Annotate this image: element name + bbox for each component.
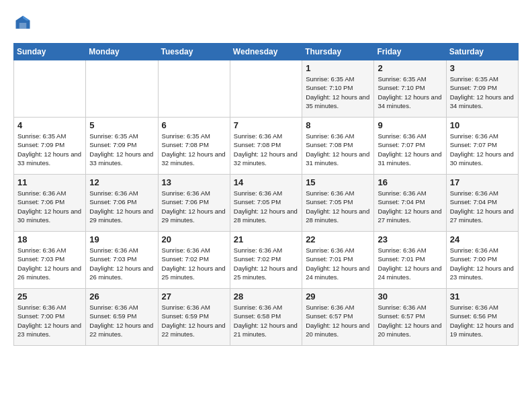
week-row-5: 25Sunrise: 6:36 AM Sunset: 7:00 PM Dayli… bbox=[14, 289, 519, 346]
day-number: 6 bbox=[162, 120, 226, 130]
day-info: Sunrise: 6:36 AM Sunset: 7:06 PM Dayligh… bbox=[162, 189, 226, 224]
day-cell: 2Sunrise: 6:35 AM Sunset: 7:10 PM Daylig… bbox=[374, 60, 446, 118]
day-number: 29 bbox=[306, 291, 370, 302]
day-info: Sunrise: 6:36 AM Sunset: 7:04 PM Dayligh… bbox=[378, 189, 442, 224]
day-number: 14 bbox=[234, 177, 298, 187]
day-info: Sunrise: 6:36 AM Sunset: 7:01 PM Dayligh… bbox=[378, 246, 442, 281]
day-number: 12 bbox=[89, 177, 154, 187]
day-number: 18 bbox=[17, 234, 82, 244]
day-info: Sunrise: 6:35 AM Sunset: 7:10 PM Dayligh… bbox=[378, 75, 442, 110]
day-cell: 28Sunrise: 6:36 AM Sunset: 6:58 PM Dayli… bbox=[230, 289, 302, 346]
day-number: 9 bbox=[378, 120, 442, 130]
day-info: Sunrise: 6:36 AM Sunset: 7:04 PM Dayligh… bbox=[450, 189, 515, 224]
day-info: Sunrise: 6:35 AM Sunset: 7:09 PM Dayligh… bbox=[89, 132, 154, 167]
day-cell bbox=[14, 60, 86, 118]
day-cell: 10Sunrise: 6:36 AM Sunset: 7:07 PM Dayli… bbox=[446, 118, 518, 175]
day-cell: 3Sunrise: 6:35 AM Sunset: 7:09 PM Daylig… bbox=[446, 60, 518, 118]
day-cell: 6Sunrise: 6:35 AM Sunset: 7:08 PM Daylig… bbox=[158, 118, 230, 175]
day-number: 11 bbox=[17, 177, 82, 187]
day-number: 30 bbox=[378, 291, 442, 302]
day-number: 28 bbox=[234, 291, 298, 302]
day-cell: 18Sunrise: 6:36 AM Sunset: 7:03 PM Dayli… bbox=[14, 232, 86, 289]
day-info: Sunrise: 6:36 AM Sunset: 7:02 PM Dayligh… bbox=[234, 246, 298, 281]
day-header-tuesday: Tuesday bbox=[158, 44, 230, 60]
day-number: 7 bbox=[234, 120, 298, 130]
day-info: Sunrise: 6:36 AM Sunset: 6:59 PM Dayligh… bbox=[89, 303, 154, 338]
day-cell: 5Sunrise: 6:35 AM Sunset: 7:09 PM Daylig… bbox=[86, 118, 158, 175]
day-cell bbox=[230, 60, 302, 118]
day-number: 20 bbox=[162, 234, 226, 244]
day-cell: 31Sunrise: 6:36 AM Sunset: 6:56 PM Dayli… bbox=[446, 289, 518, 346]
day-number: 24 bbox=[450, 234, 515, 244]
day-info: Sunrise: 6:36 AM Sunset: 7:02 PM Dayligh… bbox=[162, 246, 226, 281]
day-number: 4 bbox=[17, 120, 82, 130]
day-cell: 7Sunrise: 6:36 AM Sunset: 7:08 PM Daylig… bbox=[230, 118, 302, 175]
day-cell: 14Sunrise: 6:36 AM Sunset: 7:05 PM Dayli… bbox=[230, 175, 302, 232]
day-cell: 30Sunrise: 6:36 AM Sunset: 6:57 PM Dayli… bbox=[374, 289, 446, 346]
logo bbox=[13, 13, 35, 32]
day-info: Sunrise: 6:35 AM Sunset: 7:09 PM Dayligh… bbox=[17, 132, 82, 167]
day-number: 19 bbox=[89, 234, 154, 244]
day-cell: 25Sunrise: 6:36 AM Sunset: 7:00 PM Dayli… bbox=[14, 289, 86, 346]
day-info: Sunrise: 6:36 AM Sunset: 7:05 PM Dayligh… bbox=[234, 189, 298, 224]
day-info: Sunrise: 6:36 AM Sunset: 7:08 PM Dayligh… bbox=[306, 132, 370, 167]
day-cell: 8Sunrise: 6:36 AM Sunset: 7:08 PM Daylig… bbox=[302, 118, 374, 175]
day-header-thursday: Thursday bbox=[302, 44, 374, 60]
day-cell: 13Sunrise: 6:36 AM Sunset: 7:06 PM Dayli… bbox=[158, 175, 230, 232]
day-info: Sunrise: 6:36 AM Sunset: 7:01 PM Dayligh… bbox=[306, 246, 370, 281]
day-number: 8 bbox=[306, 120, 370, 130]
day-number: 31 bbox=[450, 291, 515, 302]
day-info: Sunrise: 6:36 AM Sunset: 7:03 PM Dayligh… bbox=[17, 246, 82, 281]
day-number: 10 bbox=[450, 120, 515, 130]
day-header-monday: Monday bbox=[86, 44, 158, 60]
day-cell: 20Sunrise: 6:36 AM Sunset: 7:02 PM Dayli… bbox=[158, 232, 230, 289]
day-header-saturday: Saturday bbox=[446, 44, 518, 60]
day-cell: 19Sunrise: 6:36 AM Sunset: 7:03 PM Dayli… bbox=[86, 232, 158, 289]
day-info: Sunrise: 6:36 AM Sunset: 7:07 PM Dayligh… bbox=[450, 132, 515, 167]
day-info: Sunrise: 6:35 AM Sunset: 7:08 PM Dayligh… bbox=[162, 132, 226, 167]
day-info: Sunrise: 6:35 AM Sunset: 7:10 PM Dayligh… bbox=[306, 75, 370, 110]
day-number: 3 bbox=[450, 63, 515, 73]
day-number: 21 bbox=[234, 234, 298, 244]
day-number: 23 bbox=[378, 234, 442, 244]
day-number: 27 bbox=[162, 291, 226, 302]
day-info: Sunrise: 6:36 AM Sunset: 7:05 PM Dayligh… bbox=[306, 189, 370, 224]
day-number: 15 bbox=[306, 177, 370, 187]
day-cell: 17Sunrise: 6:36 AM Sunset: 7:04 PM Dayli… bbox=[446, 175, 518, 232]
day-number: 17 bbox=[450, 177, 515, 187]
day-info: Sunrise: 6:36 AM Sunset: 7:07 PM Dayligh… bbox=[378, 132, 442, 167]
days-header-row: SundayMondayTuesdayWednesdayThursdayFrid… bbox=[14, 44, 519, 60]
day-cell: 23Sunrise: 6:36 AM Sunset: 7:01 PM Dayli… bbox=[374, 232, 446, 289]
day-cell: 11Sunrise: 6:36 AM Sunset: 7:06 PM Dayli… bbox=[14, 175, 86, 232]
day-info: Sunrise: 6:36 AM Sunset: 6:56 PM Dayligh… bbox=[450, 303, 515, 338]
day-cell: 16Sunrise: 6:36 AM Sunset: 7:04 PM Dayli… bbox=[374, 175, 446, 232]
day-info: Sunrise: 6:36 AM Sunset: 7:00 PM Dayligh… bbox=[17, 303, 82, 338]
day-info: Sunrise: 6:36 AM Sunset: 6:58 PM Dayligh… bbox=[234, 303, 298, 338]
day-header-friday: Friday bbox=[374, 44, 446, 60]
day-cell bbox=[158, 60, 230, 118]
day-number: 25 bbox=[17, 291, 82, 302]
day-info: Sunrise: 6:36 AM Sunset: 6:59 PM Dayligh… bbox=[162, 303, 226, 338]
day-cell: 15Sunrise: 6:36 AM Sunset: 7:05 PM Dayli… bbox=[302, 175, 374, 232]
day-cell: 27Sunrise: 6:36 AM Sunset: 6:59 PM Dayli… bbox=[158, 289, 230, 346]
week-row-4: 18Sunrise: 6:36 AM Sunset: 7:03 PM Dayli… bbox=[14, 232, 519, 289]
week-row-1: 1Sunrise: 6:35 AM Sunset: 7:10 PM Daylig… bbox=[14, 60, 519, 118]
day-info: Sunrise: 6:35 AM Sunset: 7:09 PM Dayligh… bbox=[450, 75, 515, 110]
day-info: Sunrise: 6:36 AM Sunset: 7:06 PM Dayligh… bbox=[89, 189, 154, 224]
day-info: Sunrise: 6:36 AM Sunset: 7:08 PM Dayligh… bbox=[234, 132, 298, 167]
week-row-2: 4Sunrise: 6:35 AM Sunset: 7:09 PM Daylig… bbox=[14, 118, 519, 175]
day-info: Sunrise: 6:36 AM Sunset: 7:06 PM Dayligh… bbox=[17, 189, 82, 224]
week-row-3: 11Sunrise: 6:36 AM Sunset: 7:06 PM Dayli… bbox=[14, 175, 519, 232]
calendar-table: SundayMondayTuesdayWednesdayThursdayFrid… bbox=[13, 43, 519, 346]
day-number: 2 bbox=[378, 63, 442, 73]
day-info: Sunrise: 6:36 AM Sunset: 6:57 PM Dayligh… bbox=[306, 303, 370, 338]
logo-icon bbox=[13, 13, 32, 32]
day-cell: 24Sunrise: 6:36 AM Sunset: 7:00 PM Dayli… bbox=[446, 232, 518, 289]
day-cell: 12Sunrise: 6:36 AM Sunset: 7:06 PM Dayli… bbox=[86, 175, 158, 232]
day-header-sunday: Sunday bbox=[14, 44, 86, 60]
svg-rect-2 bbox=[19, 23, 27, 29]
day-number: 22 bbox=[306, 234, 370, 244]
day-number: 16 bbox=[378, 177, 442, 187]
day-cell: 1Sunrise: 6:35 AM Sunset: 7:10 PM Daylig… bbox=[302, 60, 374, 118]
day-cell: 29Sunrise: 6:36 AM Sunset: 6:57 PM Dayli… bbox=[302, 289, 374, 346]
